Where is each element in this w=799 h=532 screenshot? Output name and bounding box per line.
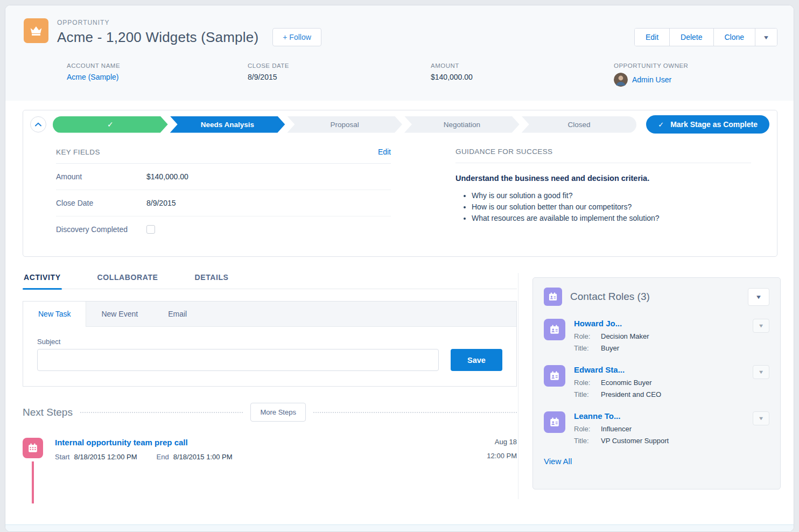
save-button[interactable]: Save — [451, 349, 502, 371]
contact-item-icon — [544, 365, 565, 387]
key-field-row: Amount $140,000.00 — [56, 164, 391, 190]
contact-name-link[interactable]: Howard Jo... — [574, 319, 622, 328]
event-calendar-icon — [23, 438, 43, 458]
kf-amount-value: $140,000.00 — [146, 172, 188, 181]
contact-roles-card: Contact Roles (3) ▼ — [532, 277, 781, 489]
timeline-connector — [32, 461, 34, 503]
clone-button[interactable]: Clone — [714, 29, 756, 46]
calendar-icon — [27, 442, 39, 454]
amount-value: $140,000.00 — [431, 73, 614, 81]
tab-email[interactable]: Email — [153, 302, 202, 326]
amount-label: AMOUNT — [431, 62, 614, 69]
title-label: Title: — [574, 390, 597, 398]
event-date: Aug 18 — [487, 438, 517, 446]
guidance-bullet: What resources are available to implemen… — [472, 214, 751, 222]
contact-name-link[interactable]: Edward Sta... — [574, 365, 625, 374]
account-name-link[interactable]: Acme (Sample) — [67, 73, 248, 81]
more-actions-button[interactable]: ▼ — [755, 29, 777, 46]
close-date-label: CLOSE DATE — [248, 62, 431, 69]
title-label: Title: — [574, 344, 597, 352]
guidance-bullet: How is our solution better than our comp… — [472, 202, 751, 211]
event-end-value: 8/18/2015 1:00 PM — [173, 453, 233, 461]
contact-role-item: Edward Sta... Role: Economic Buyer Title… — [544, 365, 769, 398]
delete-button[interactable]: Delete — [670, 29, 713, 46]
event-end-label: End — [157, 453, 169, 461]
chevron-up-icon — [35, 122, 41, 127]
title-value: VP Customer Support — [601, 437, 669, 445]
key-fields-edit-link[interactable]: Edit — [378, 148, 391, 156]
tab-activity[interactable]: ACTIVITY — [23, 273, 62, 289]
record-action-group: Edit Delete Clone ▼ — [634, 28, 777, 46]
role-label: Role: — [574, 379, 597, 387]
chevron-down-icon: ▼ — [755, 294, 762, 300]
discovery-completed-checkbox[interactable] — [146, 225, 155, 234]
title-value: Buyer — [601, 344, 619, 352]
contact-badge-icon — [549, 324, 560, 335]
stage-closed[interactable]: Closed — [522, 116, 637, 133]
next-steps-title: Next Steps — [23, 407, 73, 418]
more-steps-button[interactable]: More Steps — [250, 403, 305, 422]
collapse-path-button[interactable] — [30, 116, 46, 132]
tab-details[interactable]: DETAILS — [193, 273, 229, 289]
tab-new-event[interactable]: New Event — [86, 302, 153, 326]
chevron-down-icon: ▼ — [763, 34, 770, 40]
contact-badge-icon — [549, 370, 560, 382]
check-icon: ✓ — [658, 121, 664, 129]
role-label: Role: — [574, 425, 597, 433]
avatar-photo — [614, 73, 628, 87]
contact-name-link[interactable]: Leanne To... — [574, 411, 620, 421]
guidance-section: GUIDANCE FOR SUCCESS Understand the busi… — [455, 148, 751, 242]
kf-amount-label: Amount — [56, 172, 146, 181]
kf-close-date-value: 8/9/2015 — [146, 199, 176, 207]
subject-label: Subject — [37, 338, 439, 346]
chevron-down-icon: ▼ — [758, 416, 765, 421]
next-steps-section: Next Steps More Steps — [23, 403, 517, 461]
record-header: OPPORTUNITY Acme - 1,200 Widgets (Sample… — [5, 5, 794, 101]
contact-item-icon — [544, 411, 565, 433]
contact-role-item: Howard Jo... Role: Decision Maker Title:… — [544, 319, 769, 352]
main-tabs: ACTIVITY COLLABORATE DETAILS — [23, 273, 517, 289]
contact-badge-icon — [548, 291, 558, 302]
role-value: Decision Maker — [601, 332, 649, 340]
composer-tabs: New Task New Event Email — [23, 302, 516, 327]
crown-icon — [29, 24, 43, 38]
stage-proposal[interactable]: Proposal — [287, 116, 402, 133]
activity-column: ACTIVITY COLLABORATE DETAILS New Task Ne… — [5, 273, 518, 499]
contact-roles-icon — [544, 288, 562, 306]
sales-path-card: ✓ Needs Analysis Proposal Negotiation Cl… — [23, 110, 777, 257]
view-all-link[interactable]: View All — [544, 457, 572, 466]
owner-link[interactable]: Admin User — [632, 75, 671, 84]
key-field-row: Discovery Completed — [56, 216, 391, 242]
close-date-value: 8/9/2015 — [248, 73, 431, 81]
contact-item-menu-button[interactable]: ▼ — [753, 319, 769, 333]
event-start-label: Start — [55, 453, 69, 461]
guidance-heading: Understand the business need and decisio… — [455, 174, 751, 183]
event-title-link[interactable]: Internal opportunity team prep call — [55, 438, 188, 447]
key-fields-title: KEY FIELDS — [56, 148, 100, 156]
contact-roles-menu-button[interactable]: ▼ — [748, 288, 769, 306]
stage-negotiation[interactable]: Negotiation — [404, 116, 520, 133]
contact-item-menu-button[interactable]: ▼ — [753, 411, 769, 425]
contact-role-item: Leanne To... Role: Influencer Title: VP … — [544, 411, 769, 445]
stage-needs-analysis[interactable]: Needs Analysis — [170, 116, 285, 133]
event-start-value: 8/18/2015 12:00 PM — [74, 453, 137, 461]
role-label: Role: — [574, 332, 597, 340]
mark-stage-complete-button[interactable]: ✓ Mark Stage as Complete — [646, 115, 769, 134]
opportunity-crown-icon — [24, 18, 48, 43]
tab-collaborate[interactable]: COLLABORATE — [96, 273, 159, 289]
guidance-title: GUIDANCE FOR SUCCESS — [455, 148, 553, 156]
contact-roles-title: Contact Roles (3) — [570, 291, 650, 303]
opportunity-record-page: OPPORTUNITY Acme - 1,200 Widgets (Sample… — [5, 5, 794, 532]
edit-button[interactable]: Edit — [635, 29, 670, 46]
bottom-edge-strip — [5, 524, 794, 531]
page-title: Acme - 1,200 Widgets (Sample) — [57, 29, 258, 46]
follow-button[interactable]: + Follow — [272, 28, 321, 46]
contact-item-menu-button[interactable]: ▼ — [753, 365, 769, 379]
key-fields-section: KEY FIELDS Edit Amount $140,000.00 Close… — [56, 148, 391, 242]
title-label: Title: — [574, 437, 597, 445]
guidance-bullet: Why is our solution a good fit? — [472, 191, 751, 200]
tab-new-task[interactable]: New Task — [23, 302, 86, 327]
contact-badge-icon — [549, 416, 560, 428]
subject-input[interactable] — [37, 349, 439, 371]
stage-completed[interactable]: ✓ — [53, 116, 168, 133]
